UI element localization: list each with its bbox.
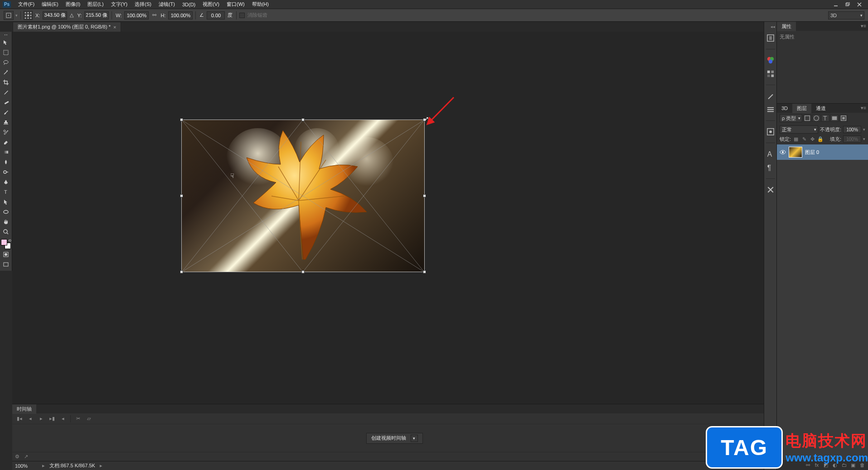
y-input[interactable] <box>84 11 109 19</box>
layers-tab[interactable]: 图层 <box>792 104 811 113</box>
workspace-select[interactable]: 3D <box>828 11 864 19</box>
transform-handle-bl[interactable] <box>180 270 183 273</box>
lock-pixels-icon[interactable]: ✎ <box>801 136 807 142</box>
swap-colors-icon[interactable]: ⟲ <box>8 239 11 243</box>
menu-3d[interactable]: 3D(D) <box>179 1 199 8</box>
timeline-transition-icon[interactable]: ▱ <box>85 415 92 422</box>
timeline-cut-icon[interactable]: ✂ <box>74 415 82 422</box>
menu-window[interactable]: 窗口(W) <box>223 0 248 9</box>
layer-thumbnail[interactable] <box>789 147 802 158</box>
document-info[interactable]: 文档:867.5 K/867.5K <box>49 462 95 469</box>
create-video-timeline-button[interactable]: 创建视频时间轴 ▾ <box>366 433 423 444</box>
w-input[interactable] <box>124 11 149 19</box>
properties-tab[interactable]: 属性 <box>777 22 796 31</box>
blend-mode-select[interactable]: 正常 <box>780 125 818 134</box>
timeline-tab[interactable]: 时间轴 <box>12 404 36 414</box>
go-to-first-frame-icon[interactable]: ▮◂ <box>16 415 23 422</box>
3d-tab[interactable]: 3D <box>777 104 792 112</box>
adjustments-panel-icon[interactable] <box>766 127 775 136</box>
styles-panel-icon[interactable] <box>766 185 775 194</box>
prev-frame-icon[interactable]: ◂ <box>27 415 34 422</box>
healing-brush-tool-icon[interactable] <box>1 98 11 107</box>
canvas-image[interactable]: ↗ <box>181 120 425 272</box>
layers-panel-menu-icon[interactable]: ▾≡ <box>861 105 866 111</box>
color-panel-icon[interactable] <box>766 56 775 65</box>
filter-pixel-icon[interactable] <box>803 115 811 122</box>
link-wh-icon[interactable]: ⚯ <box>150 12 158 18</box>
zoom-tool-icon[interactable] <box>1 227 11 236</box>
filter-shape-icon[interactable] <box>830 115 839 122</box>
character-panel-icon[interactable]: A <box>766 149 775 158</box>
magic-wand-tool-icon[interactable] <box>1 68 11 77</box>
paragraph-panel-icon[interactable]: ¶ <box>766 163 775 172</box>
layer-visibility-icon[interactable] <box>780 149 786 155</box>
dodge-tool-icon[interactable] <box>1 168 11 177</box>
menu-filter[interactable]: 滤镜(T) <box>155 0 179 9</box>
menu-type[interactable]: 文字(Y) <box>107 0 131 9</box>
swatches-panel-icon[interactable] <box>766 69 775 78</box>
brush-panel-icon[interactable] <box>766 91 775 101</box>
zoom-dropdown-icon[interactable]: ▸ <box>42 463 45 469</box>
history-panel-icon[interactable] <box>766 34 775 43</box>
color-swatches[interactable]: ⟲ <box>1 239 11 249</box>
menu-view[interactable]: 视图(V) <box>199 0 223 9</box>
layer-kind-select[interactable]: ρ 类型▾ <box>780 114 802 122</box>
timeline-options-icon[interactable]: ⚙ <box>15 454 19 460</box>
history-brush-tool-icon[interactable] <box>1 128 11 137</box>
eyedropper-tool-icon[interactable] <box>1 88 11 97</box>
stamp-tool-icon[interactable] <box>1 118 11 127</box>
filter-adjustment-icon[interactable] <box>812 115 820 122</box>
lock-position-icon[interactable]: ✥ <box>809 136 815 142</box>
fill-input[interactable] <box>843 135 861 143</box>
filter-type-icon[interactable]: T <box>821 115 829 122</box>
x-input[interactable] <box>43 11 67 19</box>
play-icon[interactable]: ▸ <box>38 415 45 422</box>
doc-info-dropdown-icon[interactable]: ▸ <box>100 463 102 469</box>
h-input[interactable] <box>168 11 193 19</box>
menu-edit[interactable]: 编辑(E) <box>38 0 62 9</box>
path-selection-tool-icon[interactable] <box>1 197 11 206</box>
menu-image[interactable]: 图像(I) <box>62 0 84 9</box>
screen-mode-tool-icon[interactable] <box>1 260 11 269</box>
transform-handle-bm[interactable] <box>301 270 305 273</box>
crop-tool-icon[interactable] <box>1 78 11 87</box>
lasso-tool-icon[interactable] <box>1 58 11 67</box>
brush-tool-icon[interactable] <box>1 108 11 117</box>
blur-tool-icon[interactable] <box>1 158 11 167</box>
canvas-area[interactable]: ↗ ☟ <box>12 32 776 404</box>
antialias-checkbox[interactable] <box>239 13 245 18</box>
layers-list[interactable]: 图层 0 <box>777 144 868 460</box>
pen-tool-icon[interactable] <box>1 177 11 187</box>
type-tool-icon[interactable]: T <box>1 187 11 197</box>
layer-name[interactable]: 图层 0 <box>805 149 819 156</box>
transform-handle-mr[interactable] <box>423 194 426 197</box>
lock-transparency-icon[interactable]: ▦ <box>793 136 799 142</box>
move-tool-icon[interactable] <box>1 38 11 47</box>
close-button[interactable] <box>853 0 865 9</box>
menu-file[interactable]: 文件(F) <box>15 0 38 9</box>
create-timeline-dropdown-icon[interactable]: ▾ <box>411 435 418 442</box>
transform-handle-ml[interactable] <box>180 194 183 197</box>
tool-preset-dropdown[interactable] <box>4 11 14 20</box>
foreground-color-swatch[interactable] <box>1 239 7 245</box>
audio-mute-icon[interactable]: ◂ <box>59 415 67 422</box>
gradient-tool-icon[interactable] <box>1 148 11 157</box>
minimize-button[interactable] <box>830 0 842 9</box>
expand-panels-icon[interactable]: ◂◂ <box>771 24 775 29</box>
document-tab[interactable]: 图片素材1.png @ 100% (图层 0, RGB/8) * × <box>13 22 121 32</box>
menu-help[interactable]: 帮助(H) <box>248 0 272 9</box>
zoom-input[interactable] <box>15 463 38 469</box>
timeline-convert-icon[interactable]: ↗ <box>24 454 28 460</box>
triangle-icon[interactable]: △ <box>70 12 73 18</box>
hand-tool-icon[interactable] <box>1 217 11 226</box>
opacity-input[interactable] <box>843 126 861 133</box>
shape-tool-icon[interactable] <box>1 207 11 216</box>
filter-smart-icon[interactable] <box>839 115 848 122</box>
menu-layer[interactable]: 图层(L) <box>84 0 107 9</box>
restore-button[interactable] <box>842 0 853 9</box>
panel-menu-icon[interactable]: ▾≡ <box>861 23 866 29</box>
transform-handle-tm[interactable] <box>301 118 305 121</box>
transform-bounding-box[interactable]: ↗ <box>181 120 425 272</box>
toolbox-grip[interactable] <box>2 34 10 36</box>
eraser-tool-icon[interactable] <box>1 138 11 147</box>
